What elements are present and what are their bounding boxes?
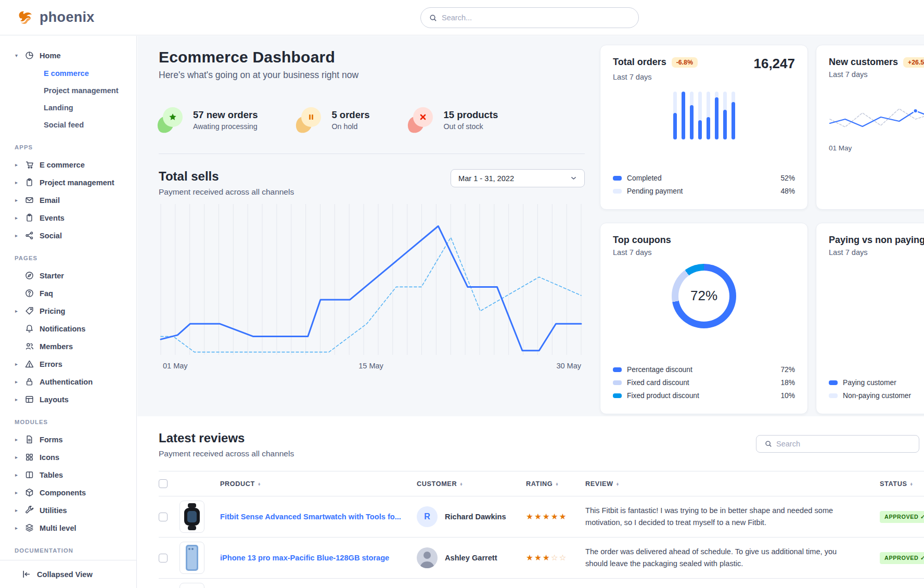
sort-icon[interactable]: ▲▼ <box>459 482 463 486</box>
total-orders-card: Total orders -6.8% 16,247 Last 7 days Co… <box>600 45 808 210</box>
sidebar-item-label: Pricing <box>40 307 65 315</box>
caret-right-icon[interactable]: ▸ <box>14 162 19 168</box>
sidebar-item-components[interactable]: ▸Components <box>14 487 131 498</box>
caret-right-icon[interactable]: ▸ <box>14 437 19 442</box>
sidebar-section-label: MODULES <box>15 419 131 425</box>
order-bar <box>682 92 685 139</box>
sidebar-item-e-commerce[interactable]: E commerce <box>14 67 131 79</box>
caret-right-icon[interactable]: ▸ <box>14 215 19 221</box>
total-orders-legend: Completed52%Pending payment48% <box>613 172 795 198</box>
order-bar-fill <box>673 113 677 139</box>
customer[interactable]: Ashley Garrett <box>417 547 522 568</box>
sidebar-item-label: Multi level <box>40 524 76 532</box>
sort-icon[interactable]: ▲▼ <box>909 482 913 486</box>
sidebar-item-email[interactable]: ▸Email <box>14 194 131 206</box>
sidebar-item-tables[interactable]: ▸Tables <box>14 469 131 481</box>
caret-right-icon[interactable]: ▸ <box>14 233 19 238</box>
product-link[interactable]: Fitbit Sense Advanced Smartwatch with To… <box>220 513 401 521</box>
row-status-cell: APPROVED ✓ <box>880 538 924 579</box>
page-title: Ecommerce Dashboard <box>159 48 585 66</box>
top-navbar: phoenix <box>0 0 924 35</box>
caret-right-icon[interactable]: ▸ <box>14 197 19 203</box>
stat-icon-badge <box>159 107 183 132</box>
sidebar-item-label: Authentication <box>40 378 93 386</box>
x-axis-label: 15 May <box>358 362 383 370</box>
reviews-search[interactable] <box>756 435 919 453</box>
global-search-input[interactable] <box>442 14 630 22</box>
date-range-value: Mar 1 - 31, 2022 <box>458 174 514 183</box>
column-header-review[interactable]: REVIEW▲▼ <box>585 471 880 496</box>
sidebar-item-label: E commerce <box>40 161 85 169</box>
sidebar-item-forms[interactable]: ▸Forms <box>14 433 131 445</box>
table-row: iPhone 13 pro max-Pacific Blue-128GB sto… <box>159 538 924 579</box>
total-sells-header: Total sells Payment received across all … <box>159 169 585 197</box>
chevron-down-icon <box>570 175 577 182</box>
caret-right-icon[interactable]: ▸ <box>14 454 19 460</box>
customer[interactable]: RRichard Dawkins <box>417 506 522 527</box>
caret-right-icon[interactable]: ▸ <box>14 525 19 531</box>
column-header-status[interactable]: STATUS▲▼ <box>880 471 924 496</box>
sidebar-item-errors[interactable]: ▸Errors <box>14 358 131 370</box>
sort-icon[interactable]: ▲▼ <box>616 482 620 486</box>
column-header-product[interactable]: PRODUCT▲▼ <box>220 471 417 496</box>
order-bar-fill <box>690 105 694 139</box>
sidebar-item-landing[interactable]: Landing <box>14 101 131 113</box>
sidebar-item-layouts[interactable]: ▸Layouts <box>14 393 131 405</box>
logo-text: phoenix <box>40 9 95 25</box>
row-product-cell: Fitbit Sense Advanced Smartwatch with To… <box>220 496 417 538</box>
product-link[interactable]: iPhone 13 pro max-Pacific Blue-128GB sto… <box>220 554 389 562</box>
app-root: phoenix ▾HomeE commerceProject managemen… <box>0 0 924 588</box>
sidebar-item-project-management[interactable]: ▸Project management <box>14 176 131 188</box>
sidebar-item-social-feed[interactable]: Social feed <box>14 119 131 131</box>
logo[interactable]: phoenix <box>18 9 95 25</box>
row-checkbox[interactable] <box>159 554 168 563</box>
legend-swatch <box>613 393 622 398</box>
sidebar-item-starter[interactable]: Starter <box>14 270 131 282</box>
legend-row: Paying customer <box>829 376 924 389</box>
file-icon <box>25 435 34 444</box>
stat-label: On hold <box>331 122 369 131</box>
caret-right-icon[interactable]: ▸ <box>14 308 19 314</box>
reviews-search-input[interactable] <box>776 440 910 448</box>
sidebar-item-authentication[interactable]: ▸Authentication <box>14 376 131 388</box>
sidebar-item-events[interactable]: ▸Events <box>14 212 131 224</box>
sidebar-item-social[interactable]: ▸Social <box>14 229 131 241</box>
sidebar-item-home[interactable]: ▾Home <box>14 49 131 61</box>
sidebar-item-faq[interactable]: Faq <box>14 287 131 299</box>
caret-right-icon[interactable]: ▸ <box>14 361 19 367</box>
caret-right-icon[interactable]: ▸ <box>14 507 19 513</box>
sidebar-item-multi-level[interactable]: ▸Multi level <box>14 522 131 534</box>
stat-label: Awating processing <box>193 122 258 131</box>
sidebar-item-pricing[interactable]: ▸Pricing <box>14 305 131 317</box>
new-customers-x-label: 01 May <box>829 144 924 152</box>
sort-icon[interactable]: ▲▼ <box>555 482 559 486</box>
row-status-cell: PENDING <box>880 579 924 588</box>
column-header-customer[interactable]: CUSTOMER▲▼ <box>417 471 526 496</box>
caret-right-icon[interactable]: ▸ <box>14 379 19 385</box>
collapsed-view-label: Collapsed View <box>37 570 93 579</box>
caret-right-icon[interactable]: ▸ <box>14 490 19 495</box>
sidebar-item-icons[interactable]: ▸Icons <box>14 451 131 463</box>
sort-icon[interactable]: ▲▼ <box>258 482 261 486</box>
sidebar-item-utilities[interactable]: ▸Utilities <box>14 504 131 516</box>
legend-swatch <box>829 393 838 398</box>
pie-icon <box>25 51 34 60</box>
date-range-select[interactable]: Mar 1 - 31, 2022 <box>451 169 585 187</box>
select-all-checkbox[interactable] <box>159 479 168 488</box>
product-image[interactable] <box>179 542 204 574</box>
collapsed-view-toggle[interactable]: Collapsed View <box>0 560 136 588</box>
column-header-rating[interactable]: RATING▲▼ <box>526 471 585 496</box>
caret-down-icon[interactable]: ▾ <box>14 53 19 58</box>
product-image[interactable] <box>179 501 204 533</box>
legend-pct: 72% <box>780 366 795 374</box>
caret-right-icon[interactable]: ▸ <box>14 397 19 402</box>
row-checkbox[interactable] <box>159 513 168 521</box>
caret-right-icon[interactable]: ▸ <box>14 180 19 185</box>
sidebar-item-project-management[interactable]: Project management <box>14 84 131 96</box>
global-search[interactable] <box>420 7 639 28</box>
sidebar-item-members[interactable]: Members <box>14 340 131 352</box>
sidebar-item-e-commerce[interactable]: ▸E commerce <box>14 159 131 171</box>
sidebar-item-notifications[interactable]: Notifications <box>14 323 131 335</box>
caret-right-icon[interactable]: ▸ <box>14 472 19 478</box>
product-image[interactable] <box>179 583 204 588</box>
